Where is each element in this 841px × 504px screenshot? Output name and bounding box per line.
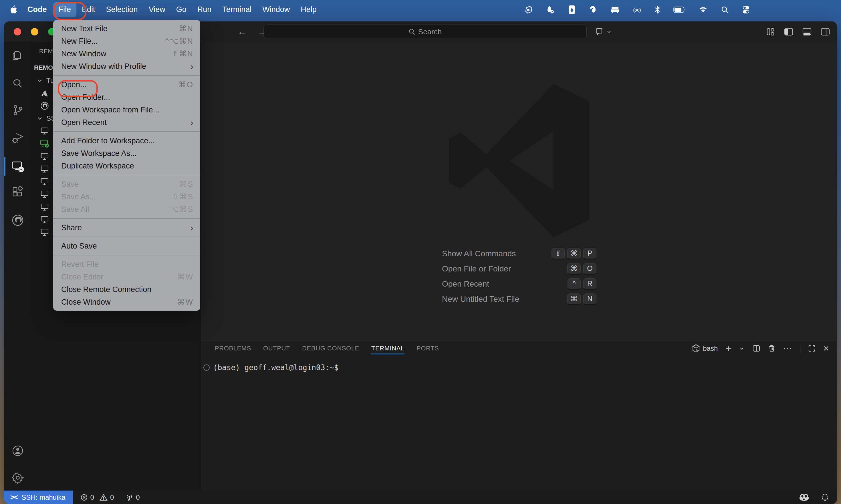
run-debug-icon[interactable] (4, 128, 32, 148)
github-view-icon[interactable] (4, 210, 32, 231)
panel-tabs: PROBLEMS OUTPUT DEBUG CONSOLE TERMINAL P… (215, 340, 439, 356)
toggle-panel-icon[interactable] (802, 27, 812, 36)
app-icon-4[interactable] (589, 5, 597, 14)
menu-item-close-window[interactable]: Close Window⌘W (53, 296, 200, 308)
source-control-icon[interactable] (4, 100, 32, 121)
shell-selector[interactable]: $ bash (692, 344, 718, 353)
server-icon (39, 203, 50, 211)
menubar-item-help[interactable]: Help (295, 2, 322, 17)
github-icon (39, 101, 50, 110)
menubar-item-edit[interactable]: Edit (76, 2, 101, 17)
close-window-button[interactable] (14, 28, 21, 35)
menu-item-add-folder-to-workspace[interactable]: Add Folder to Workspace... (53, 134, 200, 147)
app-icon-1[interactable] (525, 5, 533, 14)
control-center-icon[interactable] (742, 5, 750, 14)
notifications-bell-icon[interactable] (821, 493, 829, 502)
macos-menubar: Code File Edit Selection View Go Run Ter… (0, 0, 841, 19)
search-placeholder: Search (418, 28, 442, 36)
menu-item-share[interactable]: Share› (53, 221, 200, 234)
menu-item-new-text-file[interactable]: New Text File⌘N (53, 22, 200, 35)
copilot-chat-icon[interactable] (595, 27, 605, 37)
explorer-icon[interactable] (4, 45, 32, 66)
warning-count: 0 (110, 493, 114, 501)
bed-icon[interactable] (610, 5, 620, 14)
ports-status[interactable]: 0 (125, 493, 140, 501)
menubar-item-file[interactable]: File (53, 2, 77, 17)
tab-terminal[interactable]: TERMINAL (371, 340, 405, 356)
terminal-content[interactable]: (base) geoff.weal@login03:~$ (201, 363, 338, 372)
search-view-icon[interactable] (4, 73, 32, 94)
tab-output[interactable]: OUTPUT (263, 340, 290, 356)
menu-item-save: Save⌘S (53, 178, 200, 191)
apple-icon[interactable] (10, 5, 17, 14)
menubar-app-name[interactable]: Code (21, 5, 53, 14)
menu-item-close-remote-connection[interactable]: Close Remote Connection (53, 283, 200, 296)
server-icon (39, 228, 50, 237)
menu-item-new-file[interactable]: New File...^⌥⌘N (53, 35, 200, 48)
menu-item-new-window[interactable]: New Window⇧⌘N (53, 48, 200, 60)
activity-bar: >< (4, 42, 32, 490)
wifi-icon[interactable] (699, 6, 708, 14)
app-icon-2[interactable] (547, 5, 555, 14)
minimize-window-button[interactable] (31, 28, 38, 35)
settings-gear-icon[interactable] (4, 467, 32, 488)
problems-status[interactable]: 0 0 (80, 493, 114, 501)
kill-terminal-icon[interactable] (768, 344, 775, 353)
shortcut-row: New Untitled Text File ⌘N (442, 291, 596, 307)
menu-item-save-workspace-as[interactable]: Save Workspace As... (53, 147, 200, 160)
keycap: N (583, 293, 596, 305)
extensions-icon[interactable] (4, 182, 32, 202)
command-decoration-icon (203, 364, 210, 371)
accounts-icon[interactable] (4, 440, 32, 461)
chevron-down-icon[interactable] (606, 29, 612, 34)
chevron-down-icon[interactable] (739, 345, 745, 351)
keycap: R (583, 278, 596, 290)
airplay-icon[interactable] (633, 5, 641, 14)
server-icon (39, 215, 50, 224)
remote-label: SSH: mahuika (21, 493, 65, 501)
customize-layout-icon[interactable] (766, 27, 775, 36)
copilot-status-icon[interactable] (799, 493, 809, 501)
menu-item-new-window-with-profile[interactable]: New Window with Profile› (53, 60, 200, 73)
menu-separator (53, 255, 200, 255)
toggle-primary-sidebar-icon[interactable] (784, 27, 793, 36)
panel-actions: $ bash + ··· × (692, 340, 829, 356)
chevron-down-icon (35, 115, 44, 122)
azure-icon (39, 89, 50, 97)
app-icon-3[interactable] (568, 5, 575, 14)
battery-icon[interactable] (673, 6, 685, 13)
menubar-item-view[interactable]: View (143, 2, 171, 17)
chevron-down-icon (35, 77, 44, 84)
split-terminal-icon[interactable] (752, 344, 761, 353)
more-actions-icon[interactable]: ··· (783, 344, 792, 353)
remote-indicator[interactable]: >< SSH: mahuika (4, 490, 73, 504)
menu-item-duplicate-workspace[interactable]: Duplicate Workspace (53, 160, 200, 172)
maximize-panel-icon[interactable] (808, 345, 816, 352)
status-bar: >< SSH: mahuika 0 0 0 (4, 490, 837, 504)
tab-ports[interactable]: PORTS (416, 340, 439, 356)
editor-watermark: Show All Commands ⇧⌘P Open File or Folde… (442, 83, 596, 307)
server-icon (39, 165, 50, 173)
nav-back-icon[interactable]: ← (237, 26, 247, 37)
tab-debug-console[interactable]: DEBUG CONSOLE (302, 340, 359, 356)
menu-item-open-recent[interactable]: Open Recent› (53, 116, 200, 129)
vscode-logo-watermark (448, 83, 591, 238)
menu-item-auto-save[interactable]: Auto Save (53, 240, 200, 252)
bluetooth-icon[interactable] (655, 5, 660, 14)
spotlight-icon[interactable] (721, 6, 729, 14)
toggle-secondary-sidebar-icon[interactable] (820, 27, 830, 36)
menubar-item-terminal[interactable]: Terminal (217, 2, 257, 17)
red-annotation-open-item (58, 80, 98, 97)
menubar-item-go[interactable]: Go (171, 2, 192, 17)
close-panel-icon[interactable]: × (823, 343, 829, 354)
menubar-item-window[interactable]: Window (257, 2, 295, 17)
server-connected-icon (39, 139, 50, 148)
bash-terminal-icon: $ (692, 344, 700, 353)
server-icon (39, 152, 50, 161)
command-center-search[interactable]: Search (264, 24, 587, 39)
tab-problems[interactable]: PROBLEMS (215, 340, 251, 356)
remote-explorer-icon[interactable]: >< (4, 156, 32, 177)
menubar-item-run[interactable]: Run (192, 2, 217, 17)
menubar-item-selection[interactable]: Selection (101, 2, 143, 17)
menu-item-open-workspace-from-file[interactable]: Open Workspace from File... (53, 104, 200, 116)
